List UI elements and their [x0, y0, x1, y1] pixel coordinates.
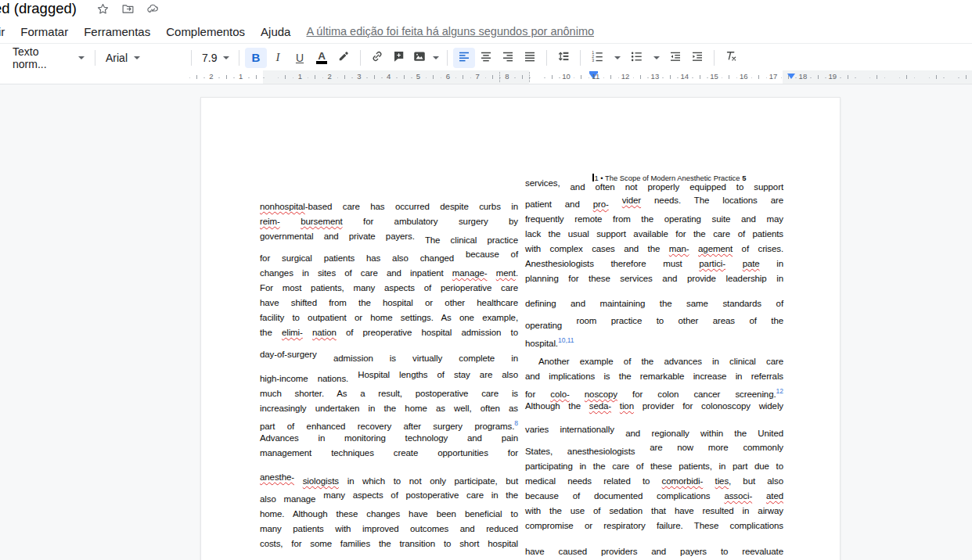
- text-line: costs, for some families the transition …: [260, 537, 518, 551]
- italic-button[interactable]: I: [267, 48, 289, 68]
- ruler-tick: [899, 77, 901, 79]
- text-line: have caused providers and payers to reev…: [525, 544, 783, 559]
- ruler-tick: [315, 75, 315, 79]
- ruler[interactable]: 211234567810111213141516171819: [0, 70, 972, 84]
- text-segment: much shorter. As a result, postoperative…: [260, 389, 518, 398]
- ruler-tick: [633, 77, 635, 79]
- decrease-indent-button[interactable]: [664, 48, 686, 68]
- move-folder-icon[interactable]: [121, 2, 135, 16]
- ruler-tick: [322, 77, 324, 79]
- ruler-tick: [729, 75, 729, 79]
- ruler-number: 14: [680, 72, 689, 81]
- italic-icon: I: [276, 51, 280, 64]
- star-icon[interactable]: [95, 2, 110, 16]
- text-line: Anesthesiologists therefore must partici…: [525, 257, 783, 271]
- text-segment: of crises.: [733, 244, 783, 253]
- ruler-tick: [640, 75, 641, 79]
- numbered-list-button[interactable]: 123: [586, 48, 608, 68]
- svg-text:3: 3: [592, 58, 594, 63]
- ruler-tick: [810, 77, 812, 79]
- text-segment: ated: [766, 491, 783, 501]
- text-segment: services,: [525, 178, 560, 188]
- text-segment: Hospital lengths of stay are also: [358, 370, 518, 379]
- text-segment: compromise or respiratory failure. These…: [525, 521, 783, 530]
- ruler-tick: [677, 77, 679, 79]
- font-size-selector[interactable]: 7.9: [197, 48, 233, 68]
- ruler-number: 17: [769, 72, 778, 81]
- text-segment: lack the usual support available for the…: [525, 229, 783, 239]
- numbered-list-icon: 123: [590, 49, 604, 66]
- ruler-number: 8: [505, 72, 509, 81]
- text-line: have shifted from the hospital or other …: [260, 296, 518, 311]
- ruler-tick: [958, 77, 959, 79]
- text-line: frequently remote from the operating sui…: [525, 212, 783, 227]
- text-line: for colo- noscopy for colon cancer scree…: [525, 384, 783, 399]
- chevron-down-icon[interactable]: [614, 56, 621, 59]
- text-line: patient and pro- vider needs. The locati…: [525, 197, 783, 212]
- comment-add-icon: [392, 49, 406, 66]
- ruler-tick: [766, 77, 768, 79]
- last-edit-link[interactable]: A última edição foi feita há alguns segu…: [306, 25, 594, 38]
- ruler-tick: [929, 77, 931, 79]
- insert-image-button[interactable]: [410, 48, 441, 68]
- text-line: home. Although these changes have been b…: [260, 507, 518, 522]
- ruler-number: 5: [416, 72, 420, 81]
- ruler-number: 11: [592, 72, 599, 81]
- align-right-button[interactable]: [497, 48, 519, 68]
- align-left-button[interactable]: [453, 48, 475, 68]
- document-title[interactable]: ed (dragged): [0, 0, 77, 17]
- insert-link-button[interactable]: [366, 48, 388, 68]
- align-center-button[interactable]: [475, 48, 497, 68]
- menu-exibir[interactable]: rir: [0, 25, 13, 38]
- menu-complementos[interactable]: Complementos: [158, 25, 253, 38]
- document-canvas[interactable]: 1 • The Scope of Modern Anesthetic Pract…: [0, 84, 972, 560]
- menu-ajuda[interactable]: Ajuda: [253, 25, 298, 38]
- underline-button[interactable]: U: [289, 48, 311, 68]
- menu-ferramentas[interactable]: Ferramentas: [76, 25, 158, 38]
- add-comment-button[interactable]: [388, 48, 410, 68]
- text-segment: day-of-surgery: [260, 350, 317, 359]
- bold-icon: B: [252, 51, 261, 64]
- font-selector[interactable]: Arial: [101, 48, 185, 68]
- ruler-number: 10: [562, 72, 571, 81]
- ruler-tick: [263, 77, 265, 79]
- text-segment: siologists: [303, 476, 339, 486]
- ruler-tick: [936, 75, 937, 79]
- line-spacing-button[interactable]: [553, 48, 574, 68]
- menu-formatar[interactable]: Formatar: [13, 25, 76, 38]
- clear-formatting-button[interactable]: [720, 48, 742, 68]
- document-page[interactable]: 1 • The Scope of Modern Anesthetic Pract…: [200, 97, 841, 560]
- paragraph-style-selector[interactable]: Texto norm...: [8, 48, 89, 68]
- ruler-tick: [692, 77, 693, 79]
- bold-button[interactable]: B: [245, 48, 267, 68]
- underline-icon: U: [296, 52, 304, 64]
- text-segment: governmental and private payers.: [260, 232, 415, 241]
- toolbar: Texto norm... Arial 7.9 B I U A: [0, 43, 972, 71]
- ruler-tick: [381, 77, 383, 79]
- font-value: Arial: [106, 52, 128, 64]
- font-size-value: 7.9: [202, 52, 217, 64]
- align-justify-button[interactable]: [519, 48, 541, 68]
- ruler-tick: [818, 75, 819, 79]
- text-segment: [611, 401, 620, 411]
- ruler-tick: [670, 75, 671, 79]
- ruler-tick: [943, 77, 945, 79]
- bulleted-list-button[interactable]: [625, 48, 647, 68]
- text-line: hospital.10,11: [525, 333, 783, 348]
- text-color-button[interactable]: A: [311, 48, 333, 68]
- text-segment: part of enhanced recovery after surgery …: [260, 422, 514, 431]
- text-line: anesthe- siologists in which to not only…: [260, 470, 518, 485]
- chevron-down-icon[interactable]: [653, 56, 660, 59]
- chevron-down-icon: [78, 56, 85, 59]
- increase-indent-button[interactable]: [686, 48, 708, 68]
- highlight-color-button[interactable]: [333, 48, 355, 68]
- text-segment: [562, 321, 576, 330]
- align-left-icon: [457, 49, 471, 66]
- text-segment: Anesthesiologists therefore must: [525, 259, 699, 268]
- text-line: operating room practice to other areas o…: [525, 318, 783, 333]
- ruler-tick: [433, 75, 434, 79]
- ruler-tick: [285, 75, 286, 79]
- text-line: increasingly undertaken in the home as w…: [260, 401, 518, 416]
- text-line: governmental and private payers. The cli…: [260, 229, 518, 244]
- cloud-check-icon[interactable]: [146, 2, 160, 16]
